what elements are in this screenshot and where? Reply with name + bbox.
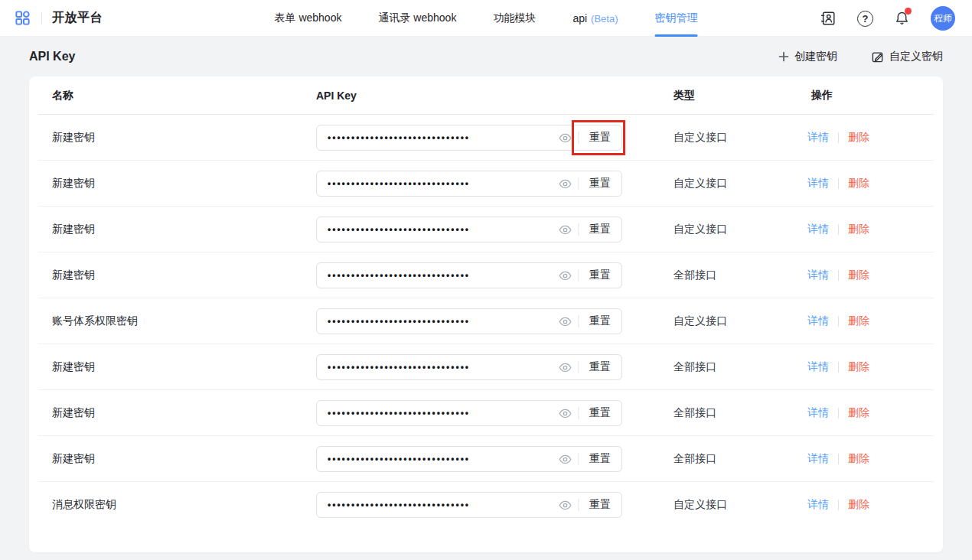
delete-link[interactable]: 删除 bbox=[848, 452, 869, 466]
key-name: 新建密钥 bbox=[52, 344, 95, 390]
api-key-masked-input[interactable]: •••••••••••••••••••••••••••••• bbox=[317, 316, 552, 327]
app-title: 开放平台 bbox=[52, 10, 103, 26]
api-key-masked-input[interactable]: •••••••••••••••••••••••••••••• bbox=[317, 362, 552, 373]
column-header-operations: 操作 bbox=[811, 77, 833, 115]
api-key-masked-input[interactable]: •••••••••••••••••••••••••••••• bbox=[317, 500, 552, 510]
eye-icon[interactable] bbox=[552, 309, 578, 334]
contacts-book-icon[interactable] bbox=[820, 10, 837, 27]
detail-link[interactable]: 详情 bbox=[807, 177, 829, 190]
nav-item-feature-modules[interactable]: 功能模块 bbox=[493, 0, 536, 37]
api-key-input-group: •••••••••••••••••••••••••••••• 重置 bbox=[316, 400, 622, 426]
eye-icon[interactable] bbox=[552, 125, 578, 150]
delete-link[interactable]: 删除 bbox=[848, 177, 869, 190]
nav-item-contacts-webhook[interactable]: 通讯录 webhook bbox=[378, 0, 456, 37]
key-type: 全部接口 bbox=[674, 344, 716, 390]
detail-link[interactable]: 详情 bbox=[807, 452, 829, 466]
delete-link[interactable]: 删除 bbox=[848, 223, 869, 236]
api-key-input-group: •••••••••••••••••••••••••••••• 重置 bbox=[316, 492, 622, 518]
reset-button[interactable]: 重置 bbox=[579, 171, 621, 196]
detail-link[interactable]: 详情 bbox=[807, 360, 829, 374]
reset-label: 重置 bbox=[589, 360, 611, 374]
api-key-input-group: •••••••••••••••••••••••••••••• 重置 bbox=[316, 262, 622, 288]
api-key-masked-input[interactable]: •••••••••••••••••••••••••••••• bbox=[317, 132, 552, 143]
api-key-input-group: •••••••••••••••••••••••••••••• 重置 bbox=[316, 171, 622, 197]
page-title: API Key bbox=[29, 50, 75, 63]
detail-link[interactable]: 详情 bbox=[807, 269, 829, 282]
api-key-input-group: •••••••••••••••••••••••••••••• 重置 bbox=[316, 217, 622, 243]
eye-icon[interactable] bbox=[552, 263, 578, 288]
eye-icon[interactable] bbox=[552, 217, 578, 242]
reset-button[interactable]: 重置 bbox=[579, 125, 621, 150]
reset-label: 重置 bbox=[589, 406, 611, 420]
help-icon[interactable]: ? bbox=[857, 11, 873, 27]
notifications-bell-icon[interactable] bbox=[894, 10, 910, 27]
detail-link[interactable]: 详情 bbox=[807, 223, 829, 236]
detail-link[interactable]: 详情 bbox=[807, 314, 829, 328]
detail-link[interactable]: 详情 bbox=[807, 498, 829, 512]
reset-label: 重置 bbox=[589, 269, 611, 282]
key-type: 自定义接口 bbox=[674, 115, 727, 161]
api-key-masked-input[interactable]: •••••••••••••••••••••••••••••• bbox=[317, 178, 552, 189]
create-key-button[interactable]: 创建密钥 bbox=[778, 50, 837, 63]
delete-link[interactable]: 删除 bbox=[848, 131, 869, 145]
api-key-masked-input[interactable]: •••••••••••••••••••••••••••••• bbox=[317, 224, 552, 235]
table-row: 新建密钥 •••••••••••••••••••••••••••••• 重置 全… bbox=[29, 252, 943, 298]
row-operations: 详情 删除 bbox=[807, 436, 869, 482]
reset-button[interactable]: 重置 bbox=[579, 447, 621, 471]
api-key-masked-input[interactable]: •••••••••••••••••••••••••••••• bbox=[317, 454, 552, 464]
api-key-masked-input[interactable]: •••••••••••••••••••••••••••••• bbox=[317, 270, 552, 281]
custom-key-button[interactable]: 自定义密钥 bbox=[871, 50, 943, 63]
delete-link[interactable]: 删除 bbox=[848, 360, 869, 374]
reset-label: 重置 bbox=[589, 131, 611, 145]
nav-item-api[interactable]: api (Beta) bbox=[572, 0, 618, 37]
api-key-input-group: •••••••••••••••••••••••••••••• 重置 bbox=[316, 354, 622, 380]
delete-link[interactable]: 删除 bbox=[848, 269, 869, 282]
app-grid-icon[interactable] bbox=[14, 9, 31, 27]
delete-link[interactable]: 删除 bbox=[848, 314, 869, 328]
operations-divider bbox=[838, 454, 839, 464]
nav-item-key-management[interactable]: 密钥管理 bbox=[654, 0, 697, 37]
reset-button[interactable]: 重置 bbox=[579, 355, 621, 379]
table-row: 新建密钥 •••••••••••••••••••••••••••••• 重置 全… bbox=[29, 344, 943, 390]
detail-link[interactable]: 详情 bbox=[807, 406, 829, 420]
operations-divider bbox=[838, 316, 839, 327]
key-name: 新建密钥 bbox=[52, 115, 95, 161]
eye-icon[interactable] bbox=[552, 447, 578, 471]
reset-button[interactable]: 重置 bbox=[579, 263, 621, 288]
eye-icon[interactable] bbox=[552, 401, 578, 425]
reset-button[interactable]: 重置 bbox=[579, 493, 621, 517]
table-row: 新建密钥 •••••••••••••••••••••••••••••• 重置 自… bbox=[29, 207, 943, 252]
key-type: 自定义接口 bbox=[674, 482, 727, 528]
table-body: 新建密钥 •••••••••••••••••••••••••••••• 重置 自… bbox=[29, 115, 943, 528]
main-nav: 表单 webhook 通讯录 webhook 功能模块 api (Beta) 密… bbox=[275, 0, 698, 37]
key-type: 自定义接口 bbox=[674, 298, 727, 344]
eye-icon[interactable] bbox=[552, 493, 578, 517]
page-actions: 创建密钥 自定义密钥 bbox=[778, 50, 943, 63]
operations-divider bbox=[838, 362, 839, 373]
operations-divider bbox=[838, 224, 839, 235]
key-name: 消息权限密钥 bbox=[52, 482, 116, 528]
reset-button[interactable]: 重置 bbox=[579, 309, 621, 334]
user-avatar[interactable]: 程师 bbox=[931, 6, 955, 31]
notification-dot bbox=[905, 8, 912, 15]
column-header-api-key: API Key bbox=[316, 77, 357, 115]
reset-button[interactable]: 重置 bbox=[579, 401, 621, 425]
api-key-table-card: 名称 API Key 类型 操作 新建密钥 ••••••••••••••••••… bbox=[29, 77, 943, 552]
delete-link[interactable]: 删除 bbox=[848, 406, 869, 420]
table-row: 账号体系权限密钥 •••••••••••••••••••••••••••••• … bbox=[29, 298, 943, 344]
table-row: 新建密钥 •••••••••••••••••••••••••••••• 重置 自… bbox=[29, 161, 943, 207]
delete-link[interactable]: 删除 bbox=[848, 498, 869, 512]
operations-divider bbox=[838, 408, 839, 418]
detail-link[interactable]: 详情 bbox=[807, 131, 829, 145]
reset-label: 重置 bbox=[589, 314, 611, 328]
api-key-masked-input[interactable]: •••••••••••••••••••••••••••••• bbox=[317, 408, 552, 418]
operations-divider bbox=[838, 132, 839, 143]
key-name: 新建密钥 bbox=[52, 252, 95, 298]
reset-button[interactable]: 重置 bbox=[579, 217, 621, 242]
nav-item-form-webhook[interactable]: 表单 webhook bbox=[275, 0, 342, 37]
row-operations: 详情 删除 bbox=[807, 298, 869, 344]
eye-icon[interactable] bbox=[552, 171, 578, 196]
row-operations: 详情 删除 bbox=[807, 482, 869, 528]
eye-icon[interactable] bbox=[552, 355, 578, 379]
edit-pencil-icon bbox=[871, 50, 884, 63]
